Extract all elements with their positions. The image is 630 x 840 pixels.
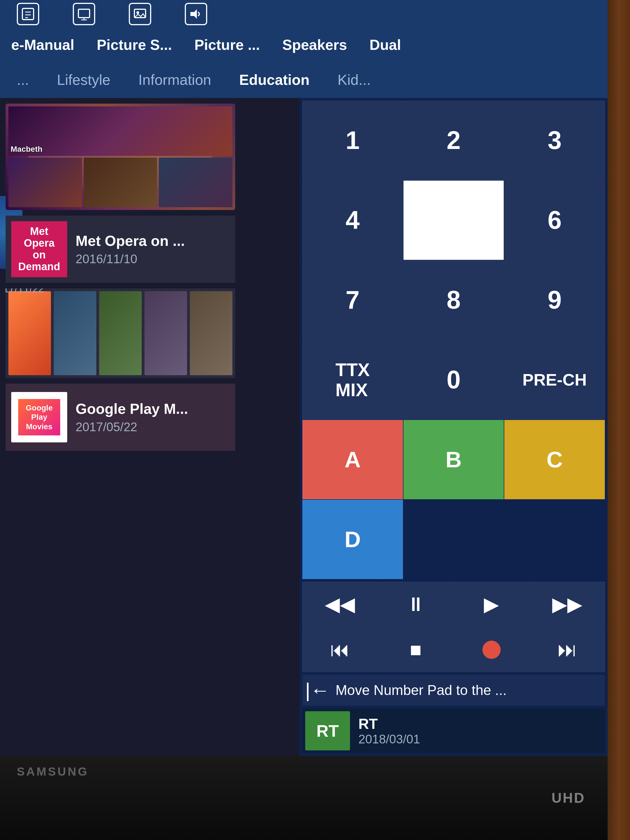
numpad-2[interactable]: 2 [403,101,504,180]
numpad-overlay: 1 2 3 4 6 7 8 9 TTXMIX 0 PRE-CH A [300,98,608,756]
numpad-4[interactable]: 4 [302,181,403,260]
met-opera-logo: Met Opera on Demand [11,221,67,277]
media-controls-row1: ◀◀ ⏸ ▶ ▶▶ [300,582,608,627]
numpad-btn-a[interactable]: A [302,420,403,499]
thumb-1 [8,291,51,375]
numpad-1[interactable]: 1 [302,101,403,180]
google-play-card[interactable]: GooglePlayMovies Google Play M... 2017/0… [6,384,235,451]
btn-rewind[interactable]: ◀◀ [302,582,378,627]
numpad-prech[interactable]: PRE-CH [504,340,605,420]
top-menu-bar: e-Manual Picture S... Picture ... Speake… [0,0,608,62]
met-opera-title: Met Opera on ... [76,232,230,249]
google-play-info: Google Play M... 2017/05/22 [76,400,230,434]
menu-item-emanual[interactable]: e-Manual [11,36,74,53]
btn-fastforward[interactable]: ▶▶ [530,582,605,627]
rt-logo: RT [305,711,350,750]
picture-s-icon[interactable] [73,3,95,25]
rt-channel-date: 2018/03/01 [358,732,602,746]
met-opera-date: 2016/11/10 [76,252,230,266]
thumbnail-strip: otheby's 17/11/22 [6,288,235,378]
met-logo-text: Met Opera on Demand [18,226,60,272]
picture-icon[interactable] [129,3,151,25]
nav-item-information[interactable]: Information [138,71,211,88]
btn-play[interactable]: ▶ [454,582,529,627]
top-menu-items: e-Manual Picture S... Picture ... Speake… [0,36,412,56]
numpad-5-active[interactable] [403,181,504,260]
btn-next-track[interactable]: ⏭ [530,627,605,672]
gp-logo-text: GooglePlayMovies [18,399,60,436]
rt-channel-row: RT RT 2018/03/01 [302,708,605,753]
btn-record[interactable] [454,627,529,672]
menu-item-speakers[interactable]: Speakers [282,36,347,53]
rt-channel-info: RT 2018/03/01 [358,715,602,746]
numpad-6[interactable]: 6 [504,181,605,260]
menu-item-pictures[interactable]: Picture S... [96,36,172,53]
rt-logo-text: RT [316,721,339,741]
nav-item-education[interactable]: Education [239,71,309,88]
met-opera-card[interactable]: Met Opera on Demand Met Opera on ... 201… [6,216,235,283]
google-play-title: Google Play M... [76,400,230,417]
media-controls-row2: ⏮ ■ ⏭ [300,627,608,672]
google-play-date: 2017/05/22 [76,420,230,434]
google-play-logo: GooglePlayMovies [11,392,67,442]
svg-marker-9 [190,9,197,19]
numpad-8[interactable]: 8 [403,261,504,339]
numpad-7[interactable]: 7 [302,261,403,339]
numpad-9[interactable]: 9 [504,261,605,339]
uhd-badge: UHD [552,790,585,806]
met-opera-info: Met Opera on ... 2016/11/10 [76,232,230,266]
btn-prev-track[interactable]: ⏮ [302,627,378,672]
rt-channel-name: RT [358,715,602,732]
btn-pause[interactable]: ⏸ [378,582,453,627]
numpad-3[interactable]: 3 [504,101,605,180]
sothebys-date: 17/11/22 [6,288,44,295]
numpad-0[interactable]: 0 [403,340,504,420]
samsung-logo: SAMSUNG [17,765,89,778]
thumb-5 [190,291,232,375]
numpad-btn-d[interactable]: D [302,500,403,579]
move-pad-row[interactable]: |← Move Number Pad to the ... [302,675,605,706]
tv-bezel: e-Manual Picture S... Picture ... Speake… [0,0,630,840]
nav-item-kids[interactable]: Kid... [338,71,371,88]
numpad-ttx[interactable]: TTXMIX [302,340,403,420]
opera-image: Macbeth [6,104,235,210]
nav-item-lifestyle[interactable]: Lifestyle [57,71,111,88]
wood-panel [608,0,630,840]
speakers-icon[interactable] [185,3,207,25]
thumb-2 [54,291,96,375]
move-pad-text: Move Number Pad to the ... [335,682,507,698]
thumb-4 [144,291,187,375]
manual-icon[interactable] [17,3,39,25]
opera-thumbnail-section: Macbeth [6,104,235,210]
svg-point-8 [136,11,139,14]
numpad-grid: 1 2 3 4 6 7 8 9 TTXMIX 0 PRE-CH A [300,98,608,582]
bottom-bezel: SAMSUNG UHD [0,756,608,840]
nav-item-ellipsis[interactable]: ... [17,71,29,88]
top-icons-row [0,3,224,25]
content-area: Macbeth Met [0,98,608,756]
nav-bar: ... Lifestyle Information Education Kid.… [0,62,608,98]
numpad-btn-b[interactable]: B [403,420,504,499]
btn-stop[interactable]: ■ [378,627,453,672]
tv-screen: e-Manual Picture S... Picture ... Speake… [0,0,608,756]
svg-rect-4 [78,9,90,17]
thumb-3 [99,291,142,375]
move-pad-arrow-icon: |← [305,679,330,701]
left-content-panel: Macbeth Met [0,98,252,756]
numpad-btn-c[interactable]: C [504,420,605,499]
menu-item-dual[interactable]: Dual [369,36,401,53]
menu-item-picture[interactable]: Picture ... [194,36,260,53]
